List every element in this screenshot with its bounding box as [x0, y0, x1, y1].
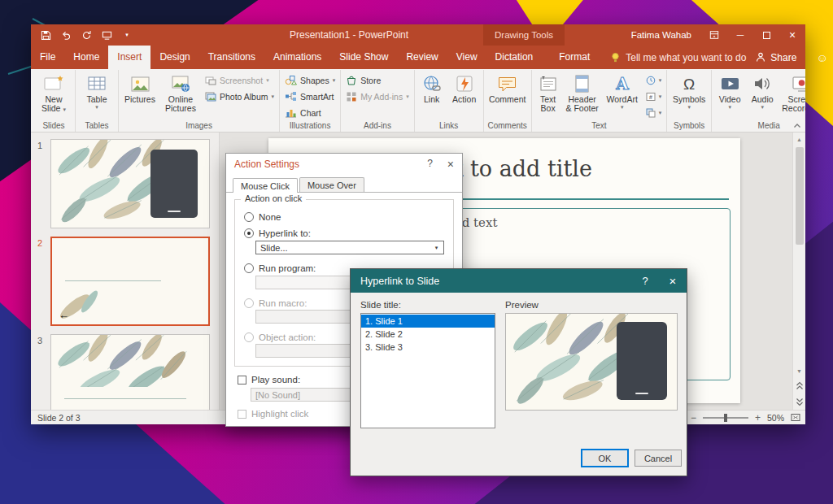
collapse-ribbon-button[interactable] — [793, 123, 801, 129]
new-slide-button[interactable]: New Slide ▾ — [35, 71, 72, 113]
chevron-down-icon: ▾ — [687, 104, 691, 111]
group-addins: Store My Add-ins ▾ Add-ins — [341, 70, 414, 132]
radio-run-macro: Run macro: — [244, 298, 307, 308]
my-addins-button[interactable]: My Add-ins ▾ — [343, 89, 411, 104]
tab-animations[interactable]: Animations — [264, 46, 330, 69]
group-links: Link Action Links — [415, 70, 484, 132]
zoom-percentage[interactable]: 50% — [767, 413, 784, 423]
text-box-button[interactable]: Text Box — [534, 71, 562, 113]
scrollbar-track[interactable] — [793, 146, 806, 364]
zoom-in-button[interactable]: + — [755, 414, 761, 422]
hyperlink-dialog-title-bar[interactable]: Hyperlink to Slide ? × — [351, 269, 687, 293]
radio-run-program[interactable]: Run program: — [244, 263, 316, 273]
chart-button[interactable]: Chart — [282, 105, 338, 120]
close-button[interactable]: × — [779, 24, 805, 46]
play-sound-checkbox[interactable]: Play sound: — [238, 375, 300, 385]
scroll-down-arrow[interactable]: ▼ — [793, 364, 806, 377]
store-label: Store — [360, 76, 381, 85]
smartart-button[interactable]: SmartArt — [282, 89, 338, 104]
comment-button[interactable]: Comment — [486, 71, 529, 104]
highlight-click-checkbox: Highlight click — [238, 409, 308, 419]
tab-dictation[interactable]: Dictation — [486, 46, 543, 69]
symbols-button[interactable]: Ω Symbols ▾ — [669, 71, 709, 111]
feedback-smiley-button[interactable]: ☺ — [806, 46, 833, 69]
signed-in-user[interactable]: Fatima Wahab — [621, 30, 701, 40]
tell-me-label: Tell me what you want to do — [626, 52, 746, 63]
tab-file[interactable]: File — [31, 46, 64, 69]
screen-recording-button[interactable]: Screen Recording — [779, 71, 805, 113]
slide-1-thumbnail[interactable] — [50, 139, 210, 228]
restore-button[interactable] — [753, 24, 779, 46]
ribbon-display-options-button[interactable] — [701, 24, 727, 46]
group-tables: Table ▾ Tables — [76, 70, 119, 132]
highlight-click-label: Highlight click — [251, 409, 308, 419]
vertical-scrollbar[interactable]: ▲ ▼ — [792, 133, 805, 410]
close-icon[interactable]: × — [447, 158, 454, 171]
action-settings-title-bar[interactable]: Action Settings ? × — [226, 154, 462, 175]
scroll-up-arrow[interactable]: ▲ — [793, 133, 806, 146]
hyperlink-to-combobox[interactable]: Slide... ▾ — [255, 241, 444, 254]
save-button[interactable] — [39, 28, 52, 41]
scrollbar-thumb[interactable] — [796, 147, 804, 245]
tab-format[interactable]: Format — [550, 46, 599, 69]
list-item-slide-1-selected[interactable]: 1. Slide 1 — [361, 315, 495, 328]
zoom-slider[interactable] — [703, 417, 748, 419]
radio-object-action: Object action: — [244, 332, 316, 342]
ok-button[interactable]: OK — [582, 450, 628, 467]
tab-transitions[interactable]: Transitions — [199, 46, 264, 69]
tab-design[interactable]: Design — [150, 46, 198, 69]
share-button[interactable]: Share — [746, 46, 806, 69]
online-pictures-button[interactable]: Online Pictures — [160, 71, 201, 113]
tab-mouse-click[interactable]: Mouse Click — [233, 178, 298, 193]
action-button[interactable]: Action — [448, 71, 481, 104]
slide-thumbnail-panel[interactable]: 1 2 ← 3 — [31, 133, 220, 410]
tab-insert[interactable]: Insert — [108, 46, 150, 69]
link-button[interactable]: Link — [417, 71, 447, 104]
chevron-down-icon: ▾ — [406, 93, 409, 100]
slide-2-thumbnail-selected[interactable]: ← — [50, 237, 210, 326]
slide-number-button[interactable]: # ▾ — [643, 89, 665, 104]
header-footer-button[interactable]: Header & Footer — [564, 71, 601, 113]
minimize-button[interactable]: ─ — [727, 24, 753, 46]
store-button[interactable]: Store — [343, 72, 411, 88]
tab-review[interactable]: Review — [397, 46, 447, 69]
zoom-slider-thumb[interactable] — [724, 414, 727, 422]
fit-slide-to-window-button[interactable] — [791, 413, 800, 422]
list-item-slide-2[interactable]: 2. Slide 2 — [361, 328, 495, 341]
object-button[interactable]: ▾ — [643, 105, 665, 120]
radio-none[interactable]: None — [244, 212, 281, 222]
undo-button[interactable] — [59, 28, 72, 41]
slide-3-thumbnail[interactable] — [50, 334, 210, 410]
customize-qat-button[interactable]: ▾ — [120, 28, 133, 41]
previous-slide-button[interactable] — [793, 377, 806, 393]
touch-mode-button[interactable] — [100, 28, 113, 41]
audio-button[interactable]: Audio ▾ — [747, 71, 778, 111]
tab-mouse-over[interactable]: Mouse Over — [299, 177, 364, 192]
tab-home[interactable]: Home — [64, 46, 108, 69]
cancel-button[interactable]: Cancel — [635, 450, 682, 467]
zoom-out-button[interactable]: − — [691, 414, 696, 422]
redo-button[interactable] — [80, 28, 93, 41]
slide-title-listbox[interactable]: 1. Slide 1 2. Slide 2 3. Slide 3 — [360, 313, 495, 428]
help-icon[interactable]: ? — [427, 158, 433, 171]
tab-view[interactable]: View — [447, 46, 486, 69]
table-button[interactable]: Table ▾ — [78, 71, 116, 111]
next-slide-button[interactable] — [793, 393, 806, 410]
radio-hyperlink-to[interactable]: Hyperlink to: — [244, 228, 311, 238]
video-label: Video — [719, 95, 741, 104]
pictures-button[interactable]: Pictures — [121, 71, 159, 104]
photo-album-button[interactable]: Photo Album ▾ — [203, 89, 277, 104]
list-item-slide-3[interactable]: 3. Slide 3 — [361, 341, 495, 354]
video-button[interactable]: Video ▾ — [714, 71, 745, 111]
shapes-button[interactable]: Shapes ▾ — [282, 72, 338, 88]
help-icon[interactable]: ? — [631, 269, 659, 293]
tell-me-box[interactable]: Tell me what you want to do — [610, 46, 746, 69]
restore-icon — [763, 32, 770, 39]
close-icon[interactable]: × — [659, 269, 687, 293]
radio-icon-disabled — [244, 298, 254, 308]
tab-slide-show[interactable]: Slide Show — [330, 46, 397, 69]
chevron-down-icon: ▾ — [659, 93, 662, 100]
date-time-button[interactable]: ▾ — [643, 72, 665, 88]
screenshot-button[interactable]: Screenshot ▾ — [203, 72, 277, 88]
wordart-button[interactable]: A WordArt ▾ — [603, 71, 642, 111]
